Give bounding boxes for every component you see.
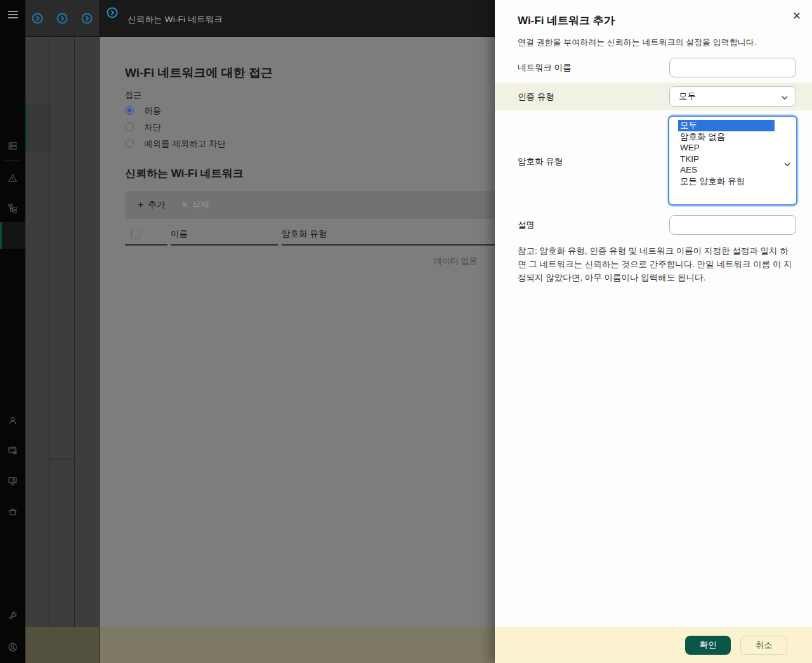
circle-chevron-right-icon[interactable] — [56, 13, 68, 24]
collapsed-panel-selected-item[interactable] — [25, 103, 49, 152]
panel-separator — [49, 0, 50, 663]
dialog-note: 참고: 암호화 유형, 인증 유형 및 네트워크 이름이 지정한 설정과 일치 … — [518, 245, 794, 285]
plus-icon: + — [138, 200, 143, 209]
section-heading-trusted: 신뢰하는 Wi-Fi 네트워크 — [125, 166, 244, 181]
footer-strip-dimmed — [100, 627, 495, 663]
radio-allow[interactable] — [125, 106, 134, 115]
application-window: 신뢰하는 Wi-Fi 네트워크 Wi-Fi 네트워크에 대한 접근 접근 허용 … — [0, 0, 812, 663]
network-name-label: 네트워크 이름 — [518, 62, 572, 74]
add-wifi-network-dialog: Wi-Fi 네트워크 추가 × 연결 권한을 부여하려는 신뢰하는 네트워크의 … — [495, 0, 812, 663]
sidebar-divider — [5, 161, 20, 161]
ok-button[interactable]: 확인 — [685, 636, 731, 655]
circle-chevron-right-icon[interactable] — [32, 13, 43, 24]
users-icon[interactable] — [8, 416, 18, 426]
chevron-down-icon — [782, 92, 788, 102]
access-label: 접근 — [125, 89, 141, 101]
add-button[interactable]: + 추가 — [138, 199, 165, 211]
encryption-type-label: 암호화 유형 — [518, 156, 563, 167]
encryption-type-listbox[interactable]: 모두 암호화 없음 WEP TKIP AES 모든 암호화 유형 — [668, 115, 797, 206]
main-content: 신뢰하는 Wi-Fi 네트워크 Wi-Fi 네트워크에 대한 접근 접근 허용 … — [99, 0, 495, 663]
column-header-encryption[interactable]: 암호화 유형 — [282, 228, 327, 240]
listbox-option[interactable]: 모두 — [678, 120, 775, 131]
select-all-checkbox[interactable] — [131, 230, 140, 239]
panel-separator — [74, 0, 75, 663]
hierarchy-icon[interactable] — [8, 203, 18, 213]
listbox-option[interactable]: WEP — [678, 142, 775, 154]
empty-table-message: 데이터 없음 — [434, 256, 478, 267]
header-underline — [282, 244, 495, 246]
circle-chevron-right-icon[interactable] — [107, 7, 118, 18]
panel-divider — [49, 459, 74, 459]
dialog-footer: 확인 취소 — [495, 627, 812, 663]
column-header-name[interactable]: 이름 — [171, 228, 188, 240]
footer-strip-dimmed — [25, 627, 99, 663]
header-underline — [171, 244, 278, 246]
listbox-option[interactable]: 암호화 없음 — [678, 131, 775, 143]
radio-allow-label: 허용 — [144, 105, 161, 117]
page-header: 신뢰하는 Wi-Fi 네트워크 — [100, 0, 495, 37]
comment-label: 설명 — [518, 220, 535, 231]
device-search-icon[interactable] — [8, 476, 18, 486]
auth-type-value: 모두 — [679, 91, 696, 102]
menu-icon[interactable] — [8, 11, 18, 18]
listbox-option[interactable]: TKIP — [678, 154, 775, 165]
radio-block-label: 차단 — [144, 122, 161, 133]
radio-block-except-label: 예외를 제외하고 차단 — [144, 138, 226, 150]
active-indicator — [0, 222, 2, 249]
dialog-title: Wi-Fi 네트워크 추가 — [518, 13, 615, 28]
sidebar — [0, 0, 25, 663]
sidebar-item-active[interactable] — [0, 222, 25, 249]
circle-chevron-right-icon[interactable] — [81, 13, 93, 24]
tools-icon[interactable] — [8, 611, 18, 621]
header-underline — [125, 244, 167, 246]
table-toolbar: + 추가 × 삭제 — [125, 191, 495, 219]
radio-block-except[interactable] — [125, 139, 134, 148]
account-icon[interactable] — [8, 642, 18, 652]
auth-type-label: 인증 유형 — [518, 91, 554, 103]
auth-type-select[interactable]: 모두 — [669, 86, 796, 107]
alerts-icon[interactable] — [8, 173, 18, 183]
page-title: 신뢰하는 Wi-Fi 네트워크 — [128, 14, 223, 25]
listbox-option[interactable]: 모든 암호화 유형 — [678, 176, 775, 187]
comment-input[interactable] — [669, 215, 796, 235]
listbox-option[interactable]: AES — [678, 164, 775, 176]
devices-icon[interactable] — [8, 141, 18, 151]
app-settings-icon[interactable] — [8, 445, 18, 456]
collapsed-panels — [25, 0, 99, 663]
network-name-input[interactable] — [669, 58, 796, 77]
delete-icon: × — [181, 200, 187, 209]
delete-button[interactable]: × 삭제 — [181, 199, 209, 211]
radio-block[interactable] — [125, 122, 134, 131]
chevron-down-icon — [784, 157, 790, 169]
close-icon[interactable]: × — [788, 8, 806, 25]
marketplace-icon[interactable] — [8, 506, 18, 516]
cancel-button[interactable]: 취소 — [740, 636, 787, 655]
dialog-description: 연결 권한을 부여하려는 신뢰하는 네트워크의 설정을 입력합니다. — [518, 37, 756, 48]
section-heading-access: Wi-Fi 네트워크에 대한 접근 — [125, 65, 273, 81]
